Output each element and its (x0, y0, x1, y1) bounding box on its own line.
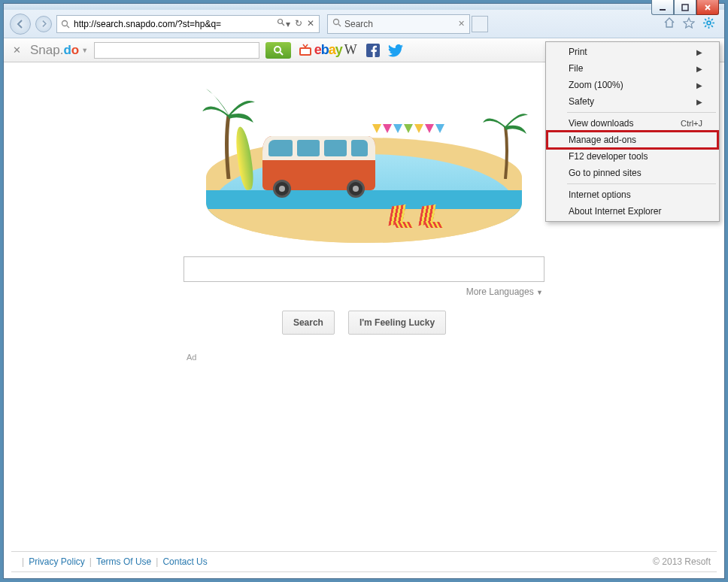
home-icon[interactable] (663, 17, 675, 32)
navigation-bar: ▾ ↻ ✕ Search ✕ (4, 10, 724, 38)
menu-label: Print (569, 47, 587, 57)
favorites-icon[interactable] (683, 17, 695, 32)
refresh-icon[interactable]: ↻ (295, 18, 302, 29)
svg-line-13 (705, 19, 706, 20)
titlebar (4, 4, 724, 10)
menu-pinned-sites[interactable]: Go to pinned sites (548, 165, 717, 181)
snapdo-logo[interactable]: Snap.do ▼ (30, 43, 88, 58)
close-window-button[interactable] (696, 0, 719, 15)
footer-copyright: © 2013 Resoft (653, 556, 711, 567)
ebay-icon[interactable]: ebay (320, 42, 336, 59)
svg-line-5 (282, 23, 284, 26)
search-glyph-icon (60, 19, 71, 29)
van-icon (262, 136, 375, 190)
menu-about-ie[interactable]: About Internet Explorer (548, 203, 717, 220)
tab-strip: Search ✕ (327, 14, 488, 34)
menu-label: View downloads (569, 118, 634, 129)
menu-label: Safety (569, 96, 594, 107)
footer-terms-link[interactable]: Terms Of Use (96, 556, 151, 567)
snapdo-logo-o: o (71, 43, 79, 58)
maximize-button[interactable] (674, 0, 696, 15)
window-caption-buttons (651, 0, 719, 15)
tab-close-icon[interactable]: ✕ (458, 19, 465, 29)
svg-line-7 (338, 24, 341, 26)
facebook-icon[interactable] (365, 42, 381, 59)
menu-manage-addons[interactable]: Manage add-ons (548, 132, 717, 148)
tools-gear-icon[interactable] (702, 17, 715, 32)
main-search-input[interactable] (184, 256, 544, 282)
address-bar[interactable]: ▾ ↻ ✕ (56, 15, 320, 33)
submenu-arrow-icon: ▶ (696, 48, 702, 56)
tv-icon[interactable] (297, 42, 314, 59)
tab-favicon-icon (332, 18, 341, 29)
deckchair-icon (420, 205, 444, 228)
palm-right-icon (483, 104, 528, 186)
snapdo-caret-icon: ▼ (81, 47, 88, 54)
menu-internet-options[interactable]: Internet options (548, 186, 717, 203)
tools-menu: Print▶ File▶ Zoom (100%)▶ Safety▶ View d… (545, 41, 720, 222)
svg-rect-1 (682, 5, 688, 11)
command-bar (663, 17, 718, 32)
menu-label: Manage add-ons (569, 135, 636, 145)
new-tab-button[interactable] (472, 16, 488, 32)
svg-point-2 (62, 20, 68, 26)
menu-file[interactable]: File▶ (548, 60, 717, 77)
svg-line-15 (705, 25, 706, 26)
svg-line-14 (711, 25, 713, 26)
deckchair-icon (390, 205, 414, 228)
menu-print[interactable]: Print▶ (548, 44, 717, 60)
submenu-arrow-icon: ▶ (696, 81, 702, 89)
snapdo-close-icon[interactable]: ✕ (10, 44, 24, 56)
footer: | Privacy Policy | Terms Of Use | Contac… (11, 551, 717, 572)
submenu-arrow-icon: ▶ (696, 65, 702, 73)
svg-point-6 (334, 20, 339, 25)
snapdo-search-input[interactable] (94, 42, 259, 59)
snapdo-logo-text: Snap. (30, 43, 63, 58)
more-languages-link[interactable]: More Languages ▼ (184, 282, 544, 297)
svg-point-8 (707, 21, 711, 25)
snapdo-search-button[interactable] (265, 42, 291, 59)
wikipedia-icon[interactable]: W (342, 42, 359, 59)
menu-label: Go to pinned sites (569, 168, 642, 178)
address-input[interactable] (74, 19, 272, 29)
menu-label: About Internet Explorer (569, 206, 661, 217)
search-dropdown-icon[interactable]: ▾ (277, 18, 290, 29)
svg-point-17 (275, 47, 281, 53)
footer-contact-link[interactable]: Contact Us (162, 556, 207, 567)
tab-label: Search (344, 19, 455, 29)
menu-zoom[interactable]: Zoom (100%)▶ (548, 77, 717, 93)
menu-label: File (569, 63, 583, 74)
menu-label: F12 developer tools (569, 151, 648, 162)
twitter-icon[interactable] (387, 42, 404, 59)
back-button[interactable] (10, 14, 31, 35)
footer-privacy-link[interactable]: Privacy Policy (29, 556, 85, 567)
menu-separator (567, 112, 716, 113)
bunting-icon (372, 124, 477, 138)
menu-label: Internet options (569, 189, 631, 200)
more-languages-label: More Languages (466, 286, 534, 297)
menu-view-downloads[interactable]: View downloadsCtrl+J (548, 115, 717, 132)
feeling-lucky-button[interactable]: I'm Feeling Lucky (348, 311, 446, 335)
menu-shortcut: Ctrl+J (681, 119, 702, 128)
forward-button[interactable] (35, 16, 52, 32)
address-bar-tools: ▾ ↻ ✕ (275, 18, 316, 29)
ad-label: Ad (184, 353, 544, 362)
svg-line-16 (711, 19, 713, 20)
browser-tab[interactable]: Search ✕ (327, 14, 470, 34)
menu-f12-tools[interactable]: F12 developer tools (548, 148, 717, 165)
hero-illustration (206, 85, 522, 243)
minimize-button[interactable] (651, 0, 674, 15)
menu-safety[interactable]: Safety▶ (548, 93, 717, 110)
search-button[interactable]: Search (282, 311, 335, 335)
snapdo-logo-d: d (63, 43, 71, 58)
submenu-arrow-icon: ▶ (696, 98, 702, 106)
svg-point-4 (278, 20, 283, 24)
browser-window: ▾ ↻ ✕ Search ✕ ✕ (3, 3, 725, 579)
button-row: Search I'm Feeling Lucky (282, 311, 446, 335)
svg-line-18 (280, 52, 283, 55)
stop-icon[interactable]: ✕ (307, 18, 314, 29)
menu-separator (567, 183, 716, 184)
menu-label: Zoom (100%) (569, 80, 623, 90)
chevron-down-icon: ▼ (536, 289, 543, 296)
svg-rect-0 (660, 9, 666, 11)
